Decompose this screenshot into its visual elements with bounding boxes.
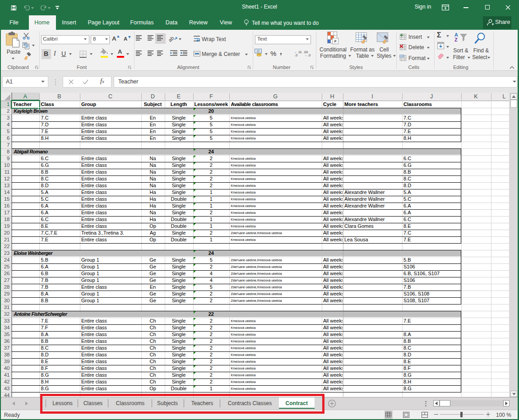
svg-text:.00: .00 xyxy=(298,50,301,54)
svg-text:.0: .0 xyxy=(295,53,297,57)
svg-text:→: → xyxy=(304,53,307,57)
svg-text:.0: .0 xyxy=(308,53,310,57)
svg-text:≠: ≠ xyxy=(334,38,337,44)
svg-text:ab: ab xyxy=(169,35,175,42)
